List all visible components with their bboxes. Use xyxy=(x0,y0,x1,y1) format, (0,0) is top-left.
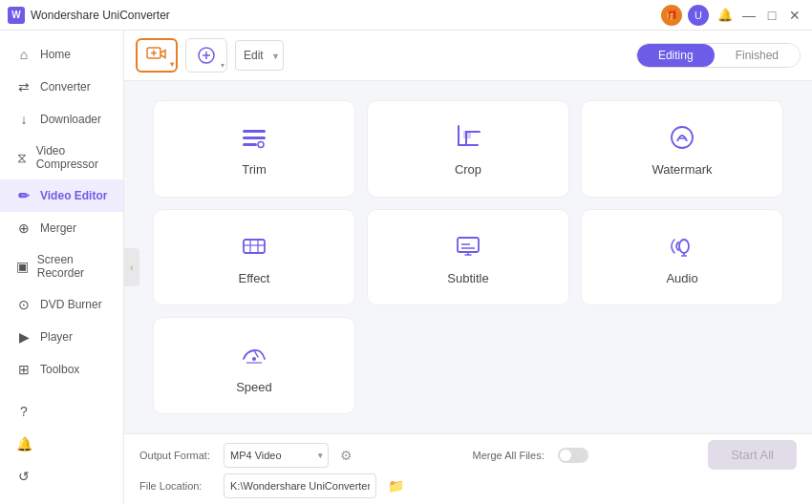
toolbar: ▾ ▾ Edit ▾ Editing Finished xyxy=(124,31,812,81)
speed-icon xyxy=(237,338,271,372)
file-location-label: File Location: xyxy=(139,480,216,492)
collapse-chevron-icon: ‹ xyxy=(130,262,133,273)
edit-select[interactable]: Edit xyxy=(235,40,284,71)
sidebar: ⌂ Home ⇄ Converter ↓ Downloader ⧖ Video … xyxy=(0,31,124,504)
sidebar-label-merger: Merger xyxy=(40,221,76,235)
output-format-wrap: MP4 Video ▾ xyxy=(224,443,329,468)
bottom-bar: Output Format: MP4 Video ▾ ⚙ Merge All F… xyxy=(124,433,812,504)
tools-grid: Trim Crop xyxy=(124,81,812,433)
tool-card-effect[interactable]: Effect xyxy=(153,209,355,306)
trim-icon xyxy=(237,120,271,155)
add-video-button[interactable]: ▾ xyxy=(136,38,178,73)
gift-icon[interactable]: 🎁 xyxy=(661,5,682,26)
dvd-burner-icon: ⊙ xyxy=(15,297,32,312)
watermark-icon xyxy=(665,120,699,155)
sidebar-item-merger[interactable]: ⊕ Merger xyxy=(0,212,123,244)
sidebar-item-video-compressor[interactable]: ⧖ Video Compressor xyxy=(0,136,123,179)
tab-group: Editing Finished xyxy=(636,43,801,68)
title-bar-left: W Wondershare UniConverter xyxy=(8,7,170,24)
sidebar-item-toolbox[interactable]: ⊞ Toolbox xyxy=(0,353,123,386)
audio-label: Audio xyxy=(666,271,697,285)
watermark-label: Watermark xyxy=(652,162,712,177)
folder-icon[interactable]: 📁 xyxy=(388,478,404,494)
bell-icon[interactable]: 🔔 xyxy=(715,5,736,26)
tool-card-watermark[interactable]: Watermark xyxy=(581,100,783,198)
sidebar-label-video-compressor: Video Compressor xyxy=(36,144,108,171)
sidebar-item-downloader[interactable]: ↓ Downloader xyxy=(0,103,123,136)
effect-label: Effect xyxy=(238,271,269,285)
help-icon: ? xyxy=(15,404,32,419)
svg-point-17 xyxy=(679,240,689,253)
sidebar-label-dvd-burner: DVD Burner xyxy=(40,298,102,311)
add-extra-icon xyxy=(197,46,216,65)
sidebar-item-video-editor[interactable]: ✏ Video Editor xyxy=(0,179,123,212)
output-format-label: Output Format: xyxy=(139,450,216,461)
add-extra-chevron: ▾ xyxy=(221,61,224,70)
sidebar-footer: ? 🔔 ↺ xyxy=(0,391,123,496)
sidebar-label-screen-recorder: Screen Recorder xyxy=(37,253,108,280)
tool-card-subtitle[interactable]: Subtitle xyxy=(367,209,569,306)
add-extra-button[interactable]: ▾ xyxy=(185,38,227,73)
sidebar-item-player[interactable]: ▶ Player xyxy=(0,321,123,353)
tool-card-empty2 xyxy=(581,317,783,414)
sidebar-collapse-button[interactable]: ‹ xyxy=(124,248,139,286)
converter-icon: ⇄ xyxy=(15,79,32,94)
merge-toggle[interactable] xyxy=(558,448,588,463)
home-icon: ⌂ xyxy=(15,47,32,62)
merge-label: Merge All Files: xyxy=(473,450,545,461)
tab-finished[interactable]: Finished xyxy=(715,44,800,67)
header-icons: 🎁 U 🔔 xyxy=(661,5,736,26)
sidebar-refresh[interactable]: ↺ xyxy=(0,460,123,493)
subtitle-label: Subtitle xyxy=(447,271,488,285)
svg-point-9 xyxy=(672,127,693,148)
screen-recorder-icon: ▣ xyxy=(15,259,30,274)
add-video-icon xyxy=(146,45,167,66)
svg-rect-10 xyxy=(244,240,265,253)
sidebar-item-dvd-burner[interactable]: ⊙ DVD Burner xyxy=(0,288,123,321)
svg-rect-4 xyxy=(243,130,266,133)
audio-icon xyxy=(665,229,699,263)
file-location-input[interactable] xyxy=(224,473,376,498)
sidebar-item-screen-recorder[interactable]: ▣ Screen Recorder xyxy=(0,244,123,288)
svg-rect-8 xyxy=(463,131,471,138)
sidebar-label-home: Home xyxy=(40,48,71,61)
sidebar-notifications[interactable]: 🔔 xyxy=(0,428,123,460)
main-layout: ⌂ Home ⇄ Converter ↓ Downloader ⧖ Video … xyxy=(0,31,812,504)
output-format-select[interactable]: MP4 Video xyxy=(224,443,329,468)
close-button[interactable]: ✕ xyxy=(785,6,804,25)
tool-card-trim[interactable]: Trim xyxy=(153,100,355,198)
subtitle-icon xyxy=(451,229,485,263)
sidebar-label-player: Player xyxy=(40,330,73,344)
title-bar: W Wondershare UniConverter 🎁 U 🔔 — □ ✕ xyxy=(0,0,812,31)
crop-label: Crop xyxy=(455,162,481,177)
maximize-button[interactable]: □ xyxy=(762,6,781,25)
sidebar-label-toolbox: Toolbox xyxy=(40,363,79,376)
tab-editing[interactable]: Editing xyxy=(637,44,715,67)
edit-select-wrap: Edit ▾ xyxy=(235,40,284,71)
sidebar-label-downloader: Downloader xyxy=(40,113,101,126)
svg-rect-5 xyxy=(243,136,266,139)
tool-card-speed[interactable]: Speed xyxy=(153,317,355,414)
tool-card-empty1 xyxy=(367,317,569,414)
sidebar-item-converter[interactable]: ⇄ Converter xyxy=(0,71,123,103)
crop-icon xyxy=(451,120,485,155)
tool-card-audio[interactable]: Audio xyxy=(581,209,783,306)
sidebar-item-home[interactable]: ⌂ Home xyxy=(0,38,123,71)
user-avatar[interactable]: U xyxy=(688,5,709,26)
minimize-button[interactable]: — xyxy=(739,6,759,25)
start-all-button[interactable]: Start All xyxy=(708,440,797,470)
sidebar-help[interactable]: ? xyxy=(0,395,123,428)
sidebar-label-video-editor: Video Editor xyxy=(40,189,107,202)
file-location-row: File Location: 📁 xyxy=(139,473,797,498)
refresh-icon: ↺ xyxy=(15,469,32,484)
toolbox-icon: ⊞ xyxy=(15,362,32,377)
content-area: ▾ ▾ Edit ▾ Editing Finished xyxy=(124,31,812,504)
trim-label: Trim xyxy=(242,162,267,177)
merger-icon: ⊕ xyxy=(15,220,32,236)
video-compressor-icon: ⧖ xyxy=(15,150,29,166)
player-icon: ▶ xyxy=(15,329,32,345)
app-logo: W xyxy=(8,7,25,24)
svg-rect-6 xyxy=(243,143,257,146)
tool-card-crop[interactable]: Crop xyxy=(367,100,569,198)
quality-settings-icon[interactable]: ⚙ xyxy=(340,448,353,463)
